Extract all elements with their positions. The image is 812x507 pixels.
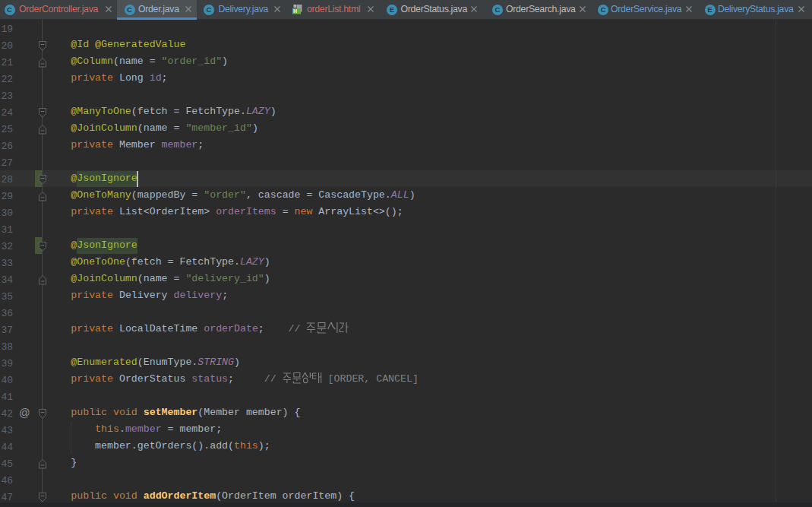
svg-text:H: H <box>293 8 297 14</box>
